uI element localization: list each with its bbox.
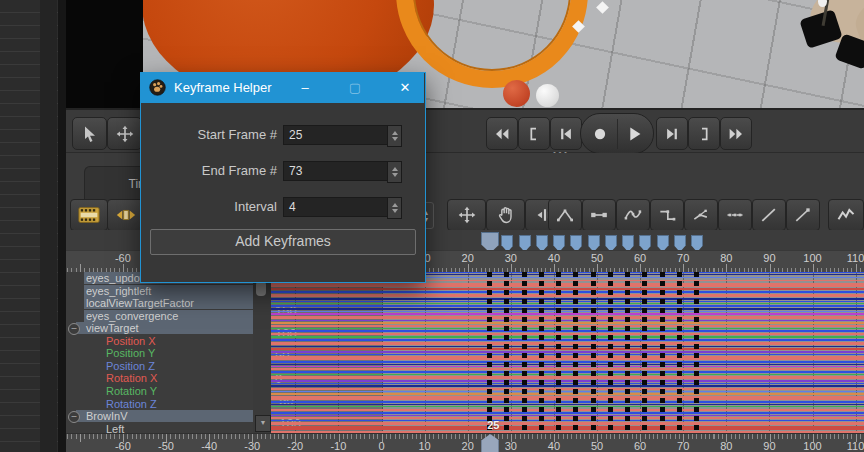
rewind-button[interactable] xyxy=(486,117,518,150)
film-strip-button[interactable] xyxy=(70,199,108,231)
animation-curve[interactable] xyxy=(271,298,864,300)
maximize-icon[interactable]: ▢ xyxy=(338,72,372,103)
animation-curve[interactable] xyxy=(271,308,864,310)
prev-key-button[interactable] xyxy=(550,117,582,150)
dialog-title-bar[interactable]: Keyframe Helper – ▢ ✕ xyxy=(140,72,424,103)
track-row[interactable]: Position Z xyxy=(66,360,253,373)
keyframe-column[interactable] xyxy=(608,272,613,433)
keyframe-column[interactable] xyxy=(625,272,630,433)
tangent-auto-button[interactable] xyxy=(548,199,582,231)
spin-down-icon[interactable] xyxy=(392,209,398,213)
animation-curve[interactable] xyxy=(271,346,864,347)
collapse-icon[interactable]: – xyxy=(68,411,80,423)
animation-curve[interactable] xyxy=(271,366,864,367)
record-button[interactable] xyxy=(584,117,617,150)
track-row[interactable]: Rotation Y xyxy=(66,385,253,398)
animation-curve[interactable] xyxy=(271,404,864,405)
animation-curve[interactable] xyxy=(271,348,864,350)
tangent-dashed-button[interactable] xyxy=(718,199,752,231)
animation-curve[interactable] xyxy=(271,409,864,411)
track-row[interactable]: –viewTarget xyxy=(66,322,253,335)
range-end-button[interactable] xyxy=(688,117,720,150)
animation-curve[interactable] xyxy=(271,311,864,312)
animation-curve[interactable] xyxy=(271,417,864,419)
track-row[interactable]: localViewTargetFactor xyxy=(66,297,253,310)
tangent-flat-button[interactable] xyxy=(582,199,616,231)
tangent-spline-button[interactable] xyxy=(616,199,650,231)
minimize-icon[interactable]: – xyxy=(288,72,322,103)
animation-curve[interactable] xyxy=(271,303,864,304)
track-row[interactable]: Position Y xyxy=(66,347,253,360)
spinner-control[interactable] xyxy=(387,125,402,147)
move-tool-button[interactable] xyxy=(107,117,142,150)
animation-curve[interactable] xyxy=(271,368,864,370)
white-sphere-object[interactable] xyxy=(536,84,559,107)
spin-up-icon[interactable] xyxy=(392,203,398,207)
move-tool-button[interactable] xyxy=(447,199,486,231)
keyframe-column[interactable] xyxy=(487,272,492,433)
curve-editor[interactable]: 150100500-50-100-15025 xyxy=(271,272,864,433)
keyframe-column[interactable] xyxy=(591,272,596,433)
animation-curve[interactable] xyxy=(271,354,864,355)
interval-input[interactable]: 4 xyxy=(283,197,388,217)
animation-curve[interactable] xyxy=(271,288,864,290)
keyframe-column[interactable] xyxy=(642,272,647,433)
animation-curve[interactable] xyxy=(271,313,864,315)
tangent-linear-key-button[interactable] xyxy=(786,199,820,231)
animation-curve[interactable] xyxy=(271,388,864,390)
animation-curve[interactable] xyxy=(271,401,864,403)
tangent-step-button[interactable] xyxy=(650,199,684,231)
animation-curve[interactable] xyxy=(271,294,864,297)
keyframe-column[interactable] xyxy=(694,272,699,433)
animation-curve[interactable] xyxy=(271,420,864,421)
gutter-dropdown-icon[interactable]: ▼ xyxy=(255,415,271,432)
animation-curve[interactable] xyxy=(271,393,864,395)
end-frame-input[interactable]: 73 xyxy=(283,161,388,181)
animation-curve[interactable] xyxy=(271,364,864,365)
animation-curve[interactable] xyxy=(271,301,864,302)
keyframe-column[interactable] xyxy=(677,272,682,433)
keyframe-column[interactable] xyxy=(539,272,544,433)
animation-curve[interactable] xyxy=(271,371,864,373)
hand-tool-button[interactable] xyxy=(486,199,525,231)
range-start-button[interactable] xyxy=(518,117,550,150)
sidebar-scrollbar[interactable]: ▲ ▼ xyxy=(40,0,57,452)
animation-curve[interactable] xyxy=(271,291,864,293)
gutter-handle[interactable] xyxy=(256,281,266,296)
track-row[interactable]: eyes_rightleft xyxy=(66,285,253,298)
animation-curve[interactable] xyxy=(271,342,864,345)
animation-curve[interactable] xyxy=(271,396,864,400)
animation-curve[interactable] xyxy=(271,325,864,327)
animation-curve[interactable] xyxy=(271,422,864,425)
curve-zigzag-button[interactable] xyxy=(828,199,864,231)
animation-curve[interactable] xyxy=(271,322,864,324)
animation-curve[interactable] xyxy=(271,305,864,307)
spinner-control[interactable] xyxy=(387,197,402,219)
tangent-linear-button[interactable] xyxy=(752,199,786,231)
track-row[interactable]: Rotation Z xyxy=(66,398,253,411)
animation-curve[interactable] xyxy=(271,283,864,287)
keyframe-column[interactable] xyxy=(573,272,578,433)
animation-curve[interactable] xyxy=(271,383,864,384)
animation-curve[interactable] xyxy=(271,339,864,341)
animation-curve[interactable] xyxy=(271,320,864,321)
animation-curve[interactable] xyxy=(271,316,864,319)
keyframe-column[interactable] xyxy=(504,272,509,433)
start-frame-input[interactable]: 25 xyxy=(283,125,388,145)
add-keyframes-button[interactable]: Add Keyframes xyxy=(150,229,416,255)
spin-up-icon[interactable] xyxy=(392,131,398,135)
spin-up-icon[interactable] xyxy=(392,167,398,171)
spinner-control[interactable] xyxy=(387,161,402,183)
close-icon[interactable]: ✕ xyxy=(388,72,422,103)
next-key-button[interactable] xyxy=(656,117,688,150)
timeline-ruler-bottom[interactable]: -60-50-40-30-20-100102030405060708090100… xyxy=(66,433,864,452)
animation-curve[interactable] xyxy=(271,376,864,379)
spin-down-icon[interactable] xyxy=(392,137,398,141)
animation-curve[interactable] xyxy=(271,330,864,332)
animation-curve[interactable] xyxy=(271,385,864,387)
keyframe-column[interactable] xyxy=(556,272,561,433)
animation-curve[interactable] xyxy=(271,351,864,353)
play-button[interactable] xyxy=(618,117,651,150)
tangent-broken-button[interactable] xyxy=(684,199,718,231)
animation-curve[interactable] xyxy=(271,431,864,433)
